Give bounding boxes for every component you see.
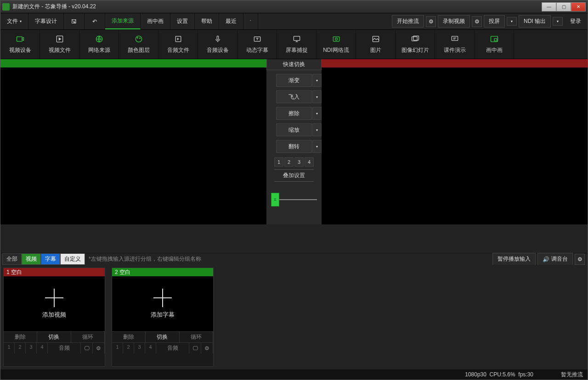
plus-icon bbox=[45, 289, 63, 307]
tool-image[interactable]: 图片 bbox=[356, 30, 396, 59]
menu-add-source[interactable]: 添加来源 bbox=[105, 13, 141, 29]
source-preset-3[interactable]: 3 bbox=[26, 343, 37, 353]
source-delete[interactable]: 删除 bbox=[112, 332, 146, 342]
overlay-num-2[interactable]: 2 bbox=[284, 157, 294, 167]
source-preset-2[interactable]: 2 bbox=[15, 343, 26, 353]
menu-save-icon[interactable]: 🖫 bbox=[64, 13, 85, 29]
overlay-num-1[interactable]: 1 bbox=[274, 157, 283, 167]
source-audio[interactable]: 音频 bbox=[48, 343, 81, 353]
source-preset-4[interactable]: 4 bbox=[37, 343, 48, 353]
chevron-down-icon[interactable]: ▾ bbox=[312, 107, 322, 120]
tool-present[interactable]: 课件演示 bbox=[435, 30, 475, 59]
tool-slides[interactable]: 图像幻灯片 bbox=[396, 30, 435, 59]
filter-subtitle[interactable]: 字幕 bbox=[41, 253, 60, 265]
source-delete[interactable]: 删除 bbox=[4, 332, 37, 342]
menu-pip[interactable]: 画中画 bbox=[141, 13, 170, 29]
chevron-down-icon[interactable]: ▾ bbox=[312, 123, 322, 136]
preview-right bbox=[322, 59, 588, 224]
record-button[interactable]: 录制视频 bbox=[438, 15, 470, 28]
mixer-button[interactable]: 🔊调音台 bbox=[537, 253, 573, 265]
chevron-down-icon: ▾ bbox=[557, 19, 559, 23]
source-preset-1[interactable]: 1 bbox=[112, 343, 123, 353]
source-header[interactable]: 1 空白 bbox=[4, 268, 105, 276]
source-card-2: 2 空白 添加字幕 删除 切换 循环 1234 音频 🖵 ⚙ bbox=[112, 268, 214, 367]
filter-video[interactable]: 视频 bbox=[22, 253, 41, 265]
stream-settings-button[interactable]: ⚙ bbox=[426, 16, 436, 27]
image-icon bbox=[371, 34, 380, 44]
record-settings-button[interactable]: ⚙ bbox=[472, 16, 482, 27]
ndi-dropdown[interactable]: ▾ bbox=[553, 17, 563, 26]
tool-pip[interactable]: 画中画 bbox=[475, 30, 514, 59]
menu-collapse[interactable]: ˆ bbox=[243, 13, 258, 29]
overlay-num-4[interactable]: 4 bbox=[305, 157, 314, 167]
overlay-settings[interactable]: 叠加设置 bbox=[274, 169, 314, 182]
source-monitor-icon[interactable]: 🖵 bbox=[81, 343, 93, 353]
cast-dropdown[interactable]: ▾ bbox=[507, 17, 517, 26]
minimize-button[interactable]: — bbox=[542, 2, 556, 11]
source-loop[interactable]: 循环 bbox=[180, 332, 213, 342]
maximize-button[interactable]: ▢ bbox=[556, 2, 571, 11]
source-settings-icon[interactable]: ⚙ bbox=[93, 343, 105, 353]
tool-monitor[interactable]: 屏幕捕捉 bbox=[277, 30, 317, 59]
preview-left-canvas[interactable] bbox=[0, 67, 266, 224]
transition-渐变[interactable]: 渐变▾ bbox=[276, 74, 312, 87]
transition-飞入[interactable]: 飞入▾ bbox=[276, 90, 312, 103]
source-preset-4[interactable]: 4 bbox=[145, 343, 156, 353]
filter-custom[interactable]: 自定义 bbox=[60, 253, 85, 265]
chevron-down-icon[interactable]: ▾ bbox=[312, 90, 322, 103]
svg-rect-9 bbox=[294, 36, 300, 40]
menu-subtitle-design[interactable]: 字幕设计 bbox=[28, 13, 64, 29]
tool-palette[interactable]: 颜色图层 bbox=[119, 30, 158, 59]
transition-slider[interactable]: = bbox=[271, 193, 317, 207]
source-add-button[interactable]: 添加字幕 bbox=[112, 276, 213, 331]
source-audio[interactable]: 音频 bbox=[156, 343, 189, 353]
close-button[interactable]: ✕ bbox=[571, 2, 586, 11]
camera-icon bbox=[16, 34, 25, 44]
preview-right-canvas[interactable] bbox=[322, 67, 588, 224]
tool-audio[interactable]: 音频文件 bbox=[158, 30, 198, 59]
menu-recent[interactable]: 最近 bbox=[219, 13, 243, 29]
menu-settings[interactable]: 设置 bbox=[170, 13, 195, 29]
source-preset-1[interactable]: 1 bbox=[4, 343, 15, 353]
source-switch[interactable]: 切换 bbox=[37, 332, 71, 342]
tool-play[interactable]: 视频文件 bbox=[40, 30, 79, 59]
source-preset-2[interactable]: 2 bbox=[123, 343, 134, 353]
pause-input-button[interactable]: 暂停播放输入 bbox=[492, 253, 536, 265]
chevron-down-icon[interactable]: ▾ bbox=[312, 74, 322, 87]
filter-all[interactable]: 全部 bbox=[2, 253, 22, 265]
cast-button[interactable]: 投屏 bbox=[484, 15, 505, 28]
source-switch[interactable]: 切换 bbox=[146, 332, 179, 342]
transition-翻转[interactable]: 翻转▾ bbox=[276, 140, 312, 153]
menu-help[interactable]: 帮助 bbox=[195, 13, 219, 29]
transition-擦除[interactable]: 擦除▾ bbox=[276, 107, 312, 120]
menu-undo[interactable]: ↶ bbox=[85, 13, 105, 29]
gear-icon: ⚙ bbox=[429, 18, 434, 25]
tool-camera[interactable]: 视频设备 bbox=[0, 30, 40, 59]
palette-icon bbox=[134, 34, 143, 44]
tool-globe[interactable]: 网络来源 bbox=[79, 30, 119, 59]
transition-缩放[interactable]: 缩放▾ bbox=[276, 123, 312, 136]
source-header[interactable]: 2 空白 bbox=[112, 268, 213, 276]
ndi-icon bbox=[332, 34, 341, 44]
source-settings-icon[interactable]: ⚙ bbox=[201, 343, 213, 353]
gear-icon: ⚙ bbox=[577, 256, 582, 263]
chevron-down-icon: ▾ bbox=[511, 19, 513, 23]
ndi-button[interactable]: NDI 输出 bbox=[519, 15, 551, 28]
source-preset-3[interactable]: 3 bbox=[134, 343, 145, 353]
mixer-settings-button[interactable]: ⚙ bbox=[575, 254, 585, 265]
source-monitor-icon[interactable]: 🖵 bbox=[189, 343, 201, 353]
tool-mic[interactable]: 音频设备 bbox=[198, 30, 237, 59]
source-add-button[interactable]: 添加视频 bbox=[4, 276, 105, 331]
start-stream-button[interactable]: 开始推流 bbox=[392, 15, 424, 28]
menu-file[interactable]: 文件▾ bbox=[0, 13, 28, 29]
svg-point-5 bbox=[139, 38, 140, 39]
login-button[interactable]: 登录 bbox=[564, 13, 588, 29]
tool-text[interactable]: 动态字幕 bbox=[237, 30, 277, 59]
status-fps: fps:30 bbox=[518, 371, 533, 378]
slider-handle[interactable]: = bbox=[271, 193, 279, 207]
transition-quick[interactable]: 快速切换 bbox=[266, 59, 322, 70]
chevron-down-icon[interactable]: ▾ bbox=[312, 140, 322, 153]
overlay-num-3[interactable]: 3 bbox=[294, 157, 304, 167]
source-loop[interactable]: 循环 bbox=[71, 332, 105, 342]
tool-ndi[interactable]: NDI网络流 bbox=[317, 30, 356, 59]
